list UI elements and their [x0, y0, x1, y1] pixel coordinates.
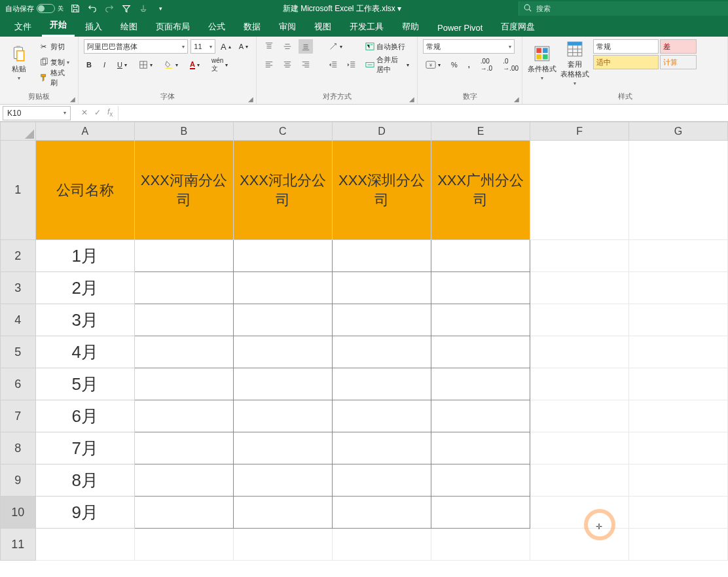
row-header-5[interactable]: 5 — [1, 336, 36, 368]
cell-F3[interactable] — [530, 272, 629, 304]
style-bad[interactable]: 差 — [660, 39, 697, 54]
cell-A4[interactable]: 3月 — [35, 304, 134, 336]
cell-D5[interactable] — [332, 336, 431, 368]
cell-A6[interactable]: 5月 — [35, 368, 134, 400]
cell-B10[interactable] — [134, 497, 233, 529]
increase-indent-button[interactable] — [344, 58, 359, 72]
cell-C7[interactable] — [233, 400, 332, 432]
wrap-text-button[interactable]: 自动换行 — [363, 39, 412, 54]
cell-E9[interactable] — [431, 464, 530, 497]
cell-E8[interactable] — [431, 432, 530, 464]
tab-数据[interactable]: 数据 — [236, 17, 268, 37]
row-header-4[interactable]: 4 — [1, 304, 36, 336]
number-format-select[interactable]: 常规▾ — [423, 39, 515, 54]
cell-C2[interactable] — [233, 240, 332, 272]
cell-E7[interactable] — [431, 400, 530, 432]
tab-公式[interactable]: 公式 — [200, 17, 233, 37]
cell-B9[interactable] — [134, 464, 233, 497]
row-header-9[interactable]: 9 — [1, 464, 36, 497]
cell-B7[interactable] — [134, 400, 233, 432]
cell-A3[interactable]: 2月 — [35, 272, 134, 304]
cell-G7[interactable] — [629, 400, 728, 432]
qat-more-icon[interactable]: ▾ — [155, 3, 166, 14]
cell-A5[interactable]: 4月 — [35, 336, 134, 368]
col-header-F[interactable]: F — [530, 122, 629, 141]
cell-D11[interactable] — [332, 529, 431, 561]
align-left-button[interactable] — [262, 58, 276, 72]
tab-开发工具[interactable]: 开发工具 — [342, 17, 391, 37]
undo-icon[interactable] — [87, 3, 98, 14]
merge-center-button[interactable]: 合并后居中▾ — [363, 58, 412, 72]
cut-button[interactable]: ✂剪切 — [37, 39, 73, 54]
cell-F10[interactable] — [530, 497, 629, 529]
cell-F7[interactable] — [530, 400, 629, 432]
cell-B5[interactable] — [134, 336, 233, 368]
tab-视图[interactable]: 视图 — [306, 17, 339, 37]
align-right-button[interactable] — [299, 58, 313, 72]
cell-A1[interactable]: 公司名称 — [35, 141, 134, 240]
col-header-B[interactable]: B — [134, 122, 233, 141]
shrink-font-button[interactable]: A▾ — [236, 39, 251, 54]
dialog-launcher-icon[interactable]: ◢ — [248, 96, 253, 103]
cell-G6[interactable] — [629, 368, 728, 400]
cell-E11[interactable] — [431, 529, 530, 561]
cell-C3[interactable] — [233, 272, 332, 304]
touch-icon[interactable] — [138, 3, 149, 14]
redo-icon[interactable] — [104, 3, 115, 14]
cell-F9[interactable] — [530, 464, 629, 497]
cell-G5[interactable] — [629, 336, 728, 368]
cell-A7[interactable]: 6月 — [35, 400, 134, 432]
col-header-D[interactable]: D — [332, 122, 431, 141]
search-box[interactable]: 搜索 — [519, 1, 728, 16]
decrease-indent-button[interactable] — [326, 58, 340, 72]
cell-A11[interactable] — [35, 529, 134, 561]
font-size-select[interactable]: 11▾ — [191, 39, 215, 54]
phonetic-button[interactable]: wén文▾ — [209, 58, 230, 72]
row-header-6[interactable]: 6 — [1, 368, 36, 400]
font-name-select[interactable]: 阿里巴巴普惠体▾ — [84, 39, 188, 54]
tab-页面布局[interactable]: 页面布局 — [148, 17, 198, 37]
orientation-button[interactable]: ▾ — [326, 39, 345, 54]
cell-E6[interactable] — [431, 368, 530, 400]
cell-B8[interactable] — [134, 432, 233, 464]
format-painter-button[interactable]: 格式刷 — [37, 71, 73, 85]
cell-F6[interactable] — [530, 368, 629, 400]
cell-E10[interactable] — [431, 497, 530, 529]
cell-styles-gallery[interactable]: 常规 差 适中 计算 — [593, 39, 697, 69]
filter-icon[interactable] — [121, 3, 132, 14]
row-header-10[interactable]: 10 — [1, 497, 36, 529]
cell-A10[interactable]: 9月 — [35, 497, 134, 529]
cell-D4[interactable] — [332, 304, 431, 336]
cell-C4[interactable] — [233, 304, 332, 336]
align-middle-button[interactable] — [280, 39, 295, 54]
grow-font-button[interactable]: A▴ — [218, 39, 234, 54]
cell-F4[interactable] — [530, 304, 629, 336]
cell-E3[interactable] — [431, 272, 530, 304]
cell-D2[interactable] — [332, 240, 431, 272]
cell-D6[interactable] — [332, 368, 431, 400]
cell-G3[interactable] — [629, 272, 728, 304]
cell-B6[interactable] — [134, 368, 233, 400]
col-header-E[interactable]: E — [431, 122, 530, 141]
cell-C9[interactable] — [233, 464, 332, 497]
dialog-launcher-icon[interactable]: ◢ — [409, 96, 414, 103]
cell-A2[interactable]: 1月 — [35, 240, 134, 272]
accounting-format-button[interactable]: ¥▾ — [423, 58, 443, 72]
dialog-launcher-icon[interactable]: ◢ — [70, 96, 75, 103]
cell-B4[interactable] — [134, 304, 233, 336]
conditional-format-button[interactable]: 条件格式▾ — [528, 39, 556, 86]
row-header-3[interactable]: 3 — [1, 272, 36, 304]
cell-E2[interactable] — [431, 240, 530, 272]
style-calc[interactable]: 计算 — [660, 55, 697, 69]
tab-插入[interactable]: 插入 — [77, 17, 110, 37]
cell-E1[interactable]: XXX广州分公司 — [431, 141, 530, 240]
cell-A8[interactable]: 7月 — [35, 432, 134, 464]
style-normal[interactable]: 常规 — [593, 39, 659, 54]
col-header-A[interactable]: A — [35, 122, 134, 141]
align-top-button[interactable] — [262, 39, 276, 54]
cell-G11[interactable] — [629, 529, 728, 561]
cell-F2[interactable] — [530, 240, 629, 272]
col-header-G[interactable]: G — [629, 122, 728, 141]
row-header-11[interactable]: 11 — [1, 529, 36, 561]
fx-icon[interactable]: fx — [107, 107, 113, 118]
